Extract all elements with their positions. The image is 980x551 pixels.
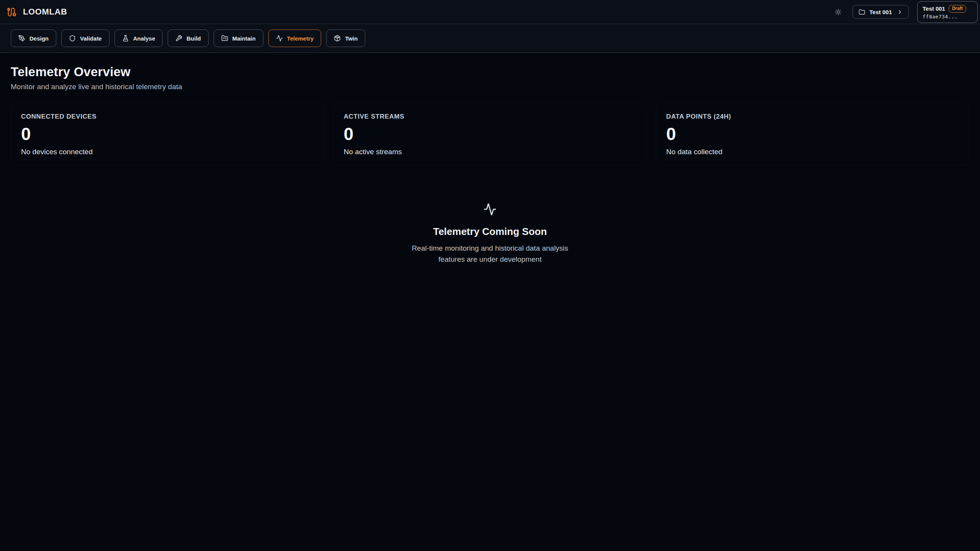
- cable-logo-icon: [6, 7, 16, 17]
- tab-label: Validate: [80, 35, 102, 42]
- stat-data-points: DATA POINTS (24H) 0 No data collected: [656, 104, 969, 165]
- tab-label: Twin: [345, 35, 358, 42]
- stats-row: CONNECTED DEVICES 0 No devices connected…: [11, 104, 969, 165]
- project-id: ff8ae734...: [923, 14, 972, 20]
- status-badge: Draft: [949, 5, 966, 13]
- stat-label: DATA POINTS (24H): [666, 113, 959, 121]
- project-name: Test 001: [923, 5, 945, 12]
- page-title: Telemetry Overview: [11, 65, 969, 79]
- brand: LOOMLAB: [6, 7, 67, 17]
- pen-tool-icon: [18, 35, 25, 42]
- stat-value: 0: [666, 125, 959, 143]
- tab-label: Maintain: [232, 35, 256, 42]
- flask-icon: [122, 35, 129, 42]
- stat-caption: No active streams: [344, 148, 637, 156]
- project-card-row: Test 001 Draft: [923, 5, 972, 13]
- folder-icon: [859, 9, 865, 15]
- activity-icon: [276, 35, 283, 42]
- stat-active-streams: ACTIVE STREAMS 0 No active streams: [333, 104, 647, 165]
- empty-state-description: Real-time monitoring and historical data…: [400, 243, 580, 265]
- shield-icon: [69, 35, 76, 42]
- stat-label: ACTIVE STREAMS: [344, 113, 637, 121]
- stat-value: 0: [21, 125, 314, 143]
- empty-state: Telemetry Coming Soon Real-time monitori…: [11, 203, 969, 265]
- tab-label: Analyse: [133, 35, 155, 42]
- activity-icon: [483, 203, 497, 216]
- tab-build[interactable]: Build: [168, 29, 209, 47]
- app-root: LOOMLAB Test 001: [0, 0, 980, 551]
- tab-label: Telemetry: [287, 35, 314, 42]
- tab-maintain[interactable]: Maintain: [214, 29, 263, 47]
- app-header: LOOMLAB Test 001: [0, 0, 980, 24]
- main-content: Telemetry Overview Monitor and analyze l…: [0, 53, 980, 551]
- tab-label: Build: [186, 35, 201, 42]
- folder-kanban-icon: [221, 35, 228, 42]
- project-selector-button[interactable]: Test 001: [853, 5, 909, 19]
- tab-label: Design: [29, 35, 49, 42]
- page-subtitle: Monitor and analyze live and historical …: [11, 83, 969, 91]
- tab-validate[interactable]: Validate: [61, 29, 109, 47]
- stat-connected-devices: CONNECTED DEVICES 0 No devices connected: [11, 104, 324, 165]
- stat-value: 0: [344, 125, 637, 143]
- sun-icon: [835, 8, 842, 16]
- header-actions: Test 001 Test 001 Draft ff8ae734...: [832, 1, 978, 23]
- tab-design[interactable]: Design: [11, 29, 56, 47]
- tab-analyse[interactable]: Analyse: [114, 29, 163, 47]
- tab-twin[interactable]: Twin: [326, 29, 365, 47]
- brand-name: LOOMLAB: [23, 7, 67, 17]
- theme-toggle-button[interactable]: [832, 6, 844, 18]
- wrench-icon: [175, 35, 182, 42]
- project-card[interactable]: Test 001 Draft ff8ae734...: [917, 1, 978, 23]
- project-selector-label: Test 001: [869, 9, 892, 15]
- tab-telemetry[interactable]: Telemetry: [268, 29, 322, 47]
- package-icon: [334, 35, 341, 42]
- empty-state-title: Telemetry Coming Soon: [433, 226, 547, 238]
- stat-caption: No data collected: [666, 148, 959, 156]
- chevron-right-icon: [897, 9, 903, 15]
- stat-label: CONNECTED DEVICES: [21, 113, 314, 121]
- stat-caption: No devices connected: [21, 148, 314, 156]
- module-nav: Design Validate Analyse Build: [0, 24, 980, 53]
